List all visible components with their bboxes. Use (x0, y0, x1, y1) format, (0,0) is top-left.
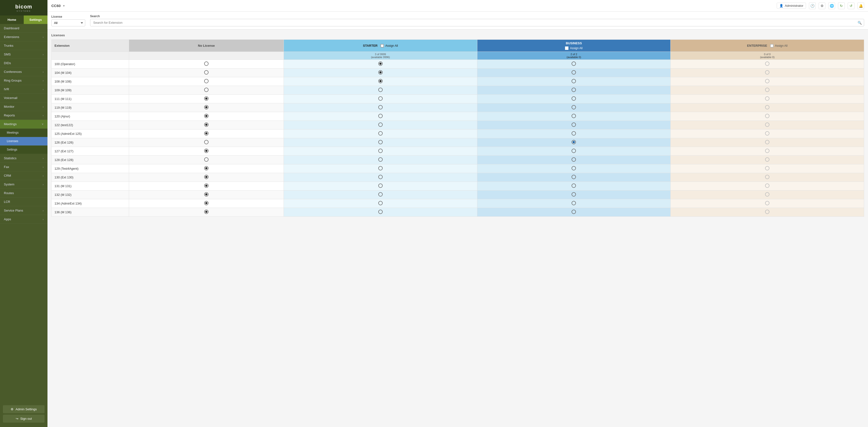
radio-no-license[interactable] (204, 157, 209, 162)
bell-icon[interactable]: 🔔 (857, 2, 864, 9)
radio-starter[interactable] (378, 209, 383, 214)
radio-business[interactable] (571, 114, 576, 118)
search-input[interactable] (90, 19, 864, 26)
radio-enterprise[interactable] (765, 166, 769, 170)
radio-no-license[interactable] (204, 184, 209, 188)
sidebar-item-crm[interactable]: CRM › (0, 171, 48, 180)
radio-enterprise[interactable] (765, 96, 769, 101)
cell-enterprise[interactable] (671, 147, 864, 156)
radio-enterprise[interactable] (765, 209, 769, 214)
radio-business[interactable] (571, 157, 576, 162)
sidebar-item-voicemail[interactable]: Voicemail (0, 94, 48, 102)
cell-no-license[interactable] (129, 68, 284, 77)
radio-no-license[interactable] (204, 105, 209, 109)
radio-enterprise[interactable] (765, 192, 769, 197)
radio-business[interactable] (571, 79, 576, 83)
cell-starter[interactable] (284, 138, 477, 147)
radio-enterprise[interactable] (765, 105, 769, 109)
cell-starter[interactable] (284, 130, 477, 138)
radio-starter[interactable] (378, 175, 383, 179)
cell-no-license[interactable] (129, 199, 284, 208)
cell-business[interactable] (477, 147, 671, 156)
radio-starter[interactable] (378, 192, 383, 197)
radio-starter[interactable] (378, 157, 383, 162)
cell-starter[interactable] (284, 164, 477, 173)
radio-no-license[interactable] (204, 70, 209, 74)
cell-starter[interactable] (284, 121, 477, 130)
radio-business[interactable] (571, 184, 576, 188)
sidebar-item-system[interactable]: System › (0, 180, 48, 189)
cell-starter[interactable] (284, 95, 477, 103)
radio-enterprise[interactable] (765, 88, 769, 92)
sidebar-item-apps[interactable]: Apps › (0, 215, 48, 224)
cell-no-license[interactable] (129, 77, 284, 86)
cell-business[interactable] (477, 112, 671, 121)
sidebar-item-conferences[interactable]: Conferences › (0, 68, 48, 76)
cell-business[interactable] (477, 164, 671, 173)
radio-no-license[interactable] (204, 201, 209, 205)
assign-all-checkbox-starter[interactable] (380, 44, 384, 47)
radio-enterprise[interactable] (765, 131, 769, 136)
sidebar-item-settings-sub[interactable]: Settings (0, 145, 48, 154)
radio-enterprise[interactable] (765, 62, 769, 66)
cell-starter[interactable] (284, 68, 477, 77)
sidebar-item-statistics[interactable]: Statistics › (0, 154, 48, 163)
gear-icon[interactable]: ⚙ (818, 2, 826, 9)
cell-no-license[interactable] (129, 147, 284, 156)
radio-no-license[interactable] (204, 96, 209, 101)
sidebar-item-reports[interactable]: Reports › (0, 111, 48, 120)
cell-business[interactable] (477, 95, 671, 103)
radio-business[interactable] (571, 140, 576, 144)
cell-business[interactable] (477, 68, 671, 77)
cell-starter[interactable] (284, 103, 477, 112)
cell-starter[interactable] (284, 156, 477, 164)
cell-no-license[interactable] (129, 164, 284, 173)
cell-no-license[interactable] (129, 173, 284, 182)
radio-business[interactable] (571, 105, 576, 109)
sidebar-item-ring-groups[interactable]: Ring Groups › (0, 76, 48, 85)
radio-no-license[interactable] (204, 149, 209, 153)
radio-no-license[interactable] (204, 62, 209, 66)
cell-no-license[interactable] (129, 138, 284, 147)
sidebar-item-service-plans[interactable]: Service Plans › (0, 206, 48, 215)
cell-no-license[interactable] (129, 86, 284, 95)
cell-starter[interactable] (284, 173, 477, 182)
cell-starter[interactable] (284, 199, 477, 208)
cell-enterprise[interactable] (671, 60, 864, 68)
cell-enterprise[interactable] (671, 77, 864, 86)
radio-enterprise[interactable] (765, 175, 769, 179)
radio-starter[interactable] (378, 96, 383, 101)
sidebar-item-dids[interactable]: DIDs (0, 59, 48, 68)
cell-enterprise[interactable] (671, 182, 864, 191)
radio-starter[interactable] (378, 70, 383, 74)
radio-enterprise[interactable] (765, 201, 769, 205)
cell-no-license[interactable] (129, 156, 284, 164)
radio-business[interactable] (571, 149, 576, 153)
radio-business[interactable] (571, 209, 576, 214)
radio-business[interactable] (571, 123, 576, 127)
cell-business[interactable] (477, 191, 671, 199)
radio-starter[interactable] (378, 88, 383, 92)
cell-business[interactable] (477, 77, 671, 86)
cell-no-license[interactable] (129, 95, 284, 103)
cell-no-license[interactable] (129, 208, 284, 217)
cell-enterprise[interactable] (671, 199, 864, 208)
radio-no-license[interactable] (204, 175, 209, 179)
assign-all-checkbox-business[interactable] (565, 46, 568, 50)
cell-enterprise[interactable] (671, 103, 864, 112)
sidebar-item-lcr[interactable]: LCR (0, 198, 48, 206)
radio-enterprise[interactable] (765, 149, 769, 153)
refresh-ccw-icon[interactable]: ↺ (848, 2, 855, 9)
sidebar-item-trunks[interactable]: Trunks (0, 41, 48, 50)
radio-no-license[interactable] (204, 209, 209, 214)
cell-enterprise[interactable] (671, 86, 864, 95)
sign-out-button[interactable]: ↪ Sign out (3, 415, 44, 423)
cell-no-license[interactable] (129, 112, 284, 121)
radio-no-license[interactable] (204, 140, 209, 144)
radio-starter[interactable] (378, 114, 383, 118)
radio-enterprise[interactable] (765, 70, 769, 74)
sidebar-item-extensions[interactable]: Extensions › (0, 33, 48, 41)
radio-business[interactable] (571, 62, 576, 66)
radio-enterprise[interactable] (765, 184, 769, 188)
radio-no-license[interactable] (204, 192, 209, 197)
